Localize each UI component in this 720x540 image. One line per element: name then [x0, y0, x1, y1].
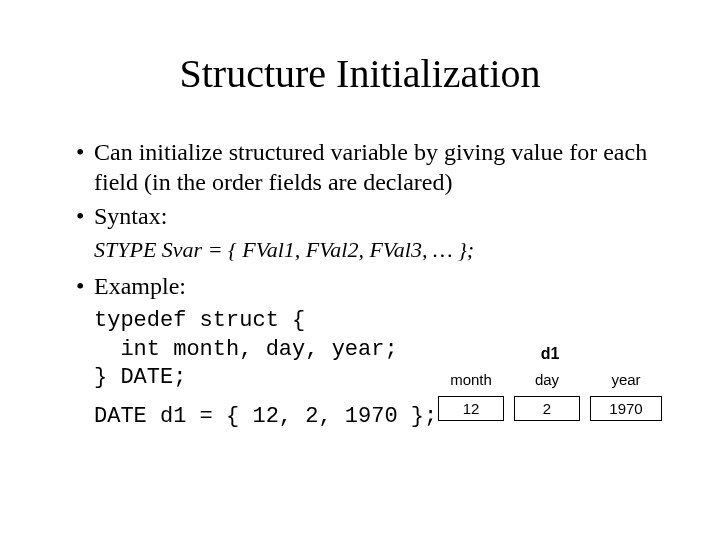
- code-line: typedef struct {: [94, 308, 305, 333]
- bullet-list: Can initialize structured variable by gi…: [50, 137, 670, 231]
- code-line: int month, day, year;: [94, 337, 398, 362]
- slide: Structure Initialization Can initialize …: [0, 0, 720, 540]
- bullet-item: Syntax:: [76, 201, 670, 231]
- bullet-item: Example:: [76, 271, 670, 301]
- code-line: DATE d1 = { 12, 2, 1970 };: [94, 404, 437, 429]
- slide-title: Structure Initialization: [50, 50, 670, 97]
- syntax-line: STYPE Svar = { FVal1, FVal2, FVal3, … };: [94, 237, 670, 263]
- diagram-field-name: month: [438, 371, 504, 388]
- diagram-field-value: 1970: [590, 396, 662, 421]
- struct-diagram: d1 month day year 12 2 1970: [428, 345, 672, 425]
- diagram-table: month day year 12 2 1970: [428, 367, 672, 425]
- diagram-varname: d1: [428, 345, 672, 363]
- code-line: } DATE;: [94, 365, 186, 390]
- diagram-field-name: day: [514, 371, 580, 388]
- diagram-field-name: year: [590, 371, 662, 388]
- diagram-field-value: 12: [438, 396, 504, 421]
- diagram-field-value: 2: [514, 396, 580, 421]
- bullet-list: Example:: [50, 271, 670, 301]
- bullet-item: Can initialize structured variable by gi…: [76, 137, 670, 197]
